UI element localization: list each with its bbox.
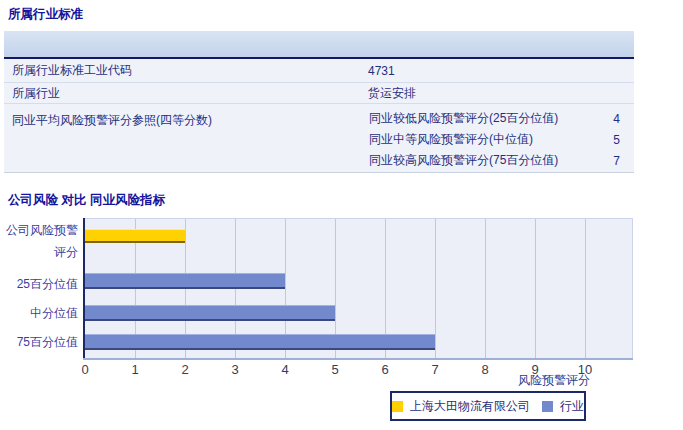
- legend-item: 行业: [542, 398, 584, 415]
- chart-y-axis: [83, 218, 85, 359]
- subrow: 同业较低风险预警评分(25百分位值) 4: [368, 108, 634, 129]
- x-tick-label: 4: [265, 362, 305, 377]
- row-value: 货运安排: [368, 85, 634, 102]
- chart-legend: 上海大田物流有限公司行业: [390, 391, 586, 421]
- category-label: 公司风险预警评分: [0, 219, 78, 263]
- legend-label: 上海大田物流有限公司: [410, 398, 530, 415]
- x-tick-label: 1: [115, 362, 155, 377]
- category-label: 中分位值: [0, 306, 78, 321]
- gridline: [485, 219, 486, 359]
- legend-item: 上海大田物流有限公司: [392, 398, 530, 415]
- row-label: 所属行业标准工业代码: [4, 62, 368, 79]
- x-tick-label: 8: [465, 362, 505, 377]
- bar-company: [85, 229, 185, 243]
- risk-comparison-chart-plot-area: [85, 218, 633, 359]
- x-tick-label: 7: [415, 362, 455, 377]
- industry-risk-report-page: 所属行业标准 所属行业标准工业代码 4731 所属行业 货运安排 同业平均风险预…: [0, 0, 683, 430]
- table-row: 所属行业标准工业代码 4731: [4, 59, 634, 83]
- table-header-bar: [4, 31, 634, 59]
- table-row: 所属行业 货运安排: [4, 83, 634, 104]
- gridline: [535, 219, 536, 359]
- quartile-subrows: 同业较低风险预警评分(25百分位值) 4 同业中等风险预警评分(中位值) 5 同…: [368, 104, 634, 171]
- x-tick-label: 2: [165, 362, 205, 377]
- table-row: 同业平均风险预警评分参照(四等分数) 同业较低风险预警评分(25百分位值) 4 …: [4, 104, 634, 173]
- chart-x-axis: [83, 358, 633, 360]
- bar-industry: [85, 334, 435, 350]
- x-tick-label: 3: [215, 362, 255, 377]
- bar-industry: [85, 273, 285, 289]
- legend-swatch-company: [392, 401, 403, 412]
- subrow: 同业中等风险预警评分(中位值) 5: [368, 129, 634, 150]
- category-label: 75百分位值: [0, 335, 78, 350]
- legend-swatch-industry: [542, 401, 553, 412]
- legend-label: 行业: [560, 398, 584, 415]
- subrow-value: 5: [590, 133, 620, 147]
- x-tick-label: 5: [315, 362, 355, 377]
- gridline: [585, 219, 586, 359]
- subrow-value: 7: [590, 154, 620, 168]
- subrow-label: 同业较低风险预警评分(25百分位值): [369, 110, 590, 127]
- gridline: [435, 219, 436, 359]
- x-tick-label: 6: [365, 362, 405, 377]
- subrow: 同业较高风险预警评分(75百分位值) 7: [368, 150, 634, 171]
- industry-standard-table: 所属行业标准工业代码 4731 所属行业 货运安排 同业平均风险预警评分参照(四…: [4, 31, 634, 173]
- section-title-risk-comparison: 公司风险 对比 同业风险指标: [8, 192, 165, 209]
- row-label: 所属行业: [4, 85, 368, 102]
- bar-industry: [85, 305, 335, 321]
- subrow-value: 4: [590, 112, 620, 126]
- subrow-label: 同业较高风险预警评分(75百分位值): [369, 152, 590, 169]
- row-label: 同业平均风险预警评分参照(四等分数): [4, 104, 368, 129]
- row-value: 4731: [368, 64, 634, 78]
- x-tick-label: 0: [65, 362, 105, 377]
- subrow-label: 同业中等风险预警评分(中位值): [369, 131, 590, 148]
- section-title-industry-standard: 所属行业标准: [8, 6, 83, 23]
- category-label: 25百分位值: [0, 277, 78, 292]
- x-axis-title: 风险预警评分: [518, 372, 590, 389]
